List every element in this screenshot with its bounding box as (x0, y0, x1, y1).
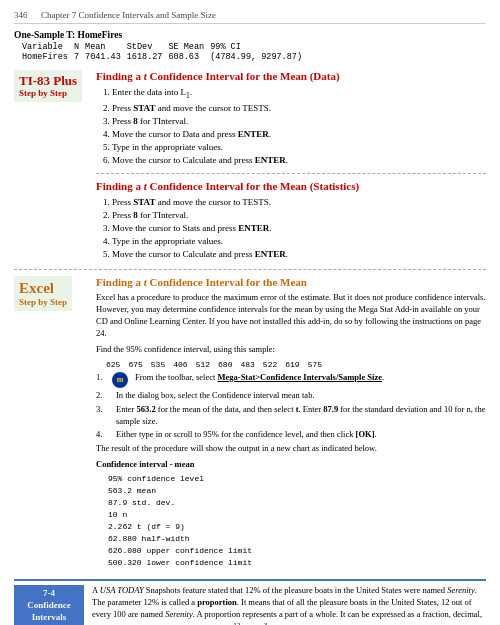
row-mean: 7041.43 (85, 52, 127, 62)
ti-brand-name: TI-83 Plus (19, 74, 77, 88)
page: 346 Chapter 7 Confidence Intervals and S… (0, 0, 500, 625)
excel-heading: Finding a t Confidence Interval for the … (96, 276, 486, 288)
data-val-1: 625 (106, 360, 120, 369)
col-n: N (74, 42, 85, 52)
ti-section: TI-83 Plus Step by Step Finding a t Conf… (14, 70, 486, 261)
excel-step-1-text: From the toolbar, select Mega-Stat>Confi… (135, 372, 384, 388)
ti-step-5: Type in the appropriate values. (112, 141, 486, 153)
excel-brand: Excel Step by Step (14, 276, 72, 311)
row-n: 7 (74, 52, 85, 62)
conf-line-2: 563.2 mean (108, 485, 486, 497)
confidence-output: 95% confidence level 563.2 mean 87.9 std… (108, 473, 486, 569)
bottom-content: A USA TODAY Snapshots feature stated tha… (92, 585, 486, 625)
chapter-title: Chapter 7 Confidence Intervals and Sampl… (41, 10, 216, 20)
conf-line-6: 62.880 half-width (108, 533, 486, 545)
page-number: 346 (14, 10, 28, 20)
excel-step-2-text: In the dialog box, select the Confidence… (116, 390, 315, 402)
ti-label: TI-83 Plus Step by Step (14, 70, 86, 261)
data-val-5: 512 (196, 360, 210, 369)
excel-brand-sub: Step by Step (19, 297, 67, 307)
ti-stat-step-3: Move the cursor to Stats and press ENTER… (112, 222, 486, 234)
ti-step-2: Press STAT and move the cursor to TESTS. (112, 102, 486, 114)
conf-line-7: 626.080 upper confidence limit (108, 545, 486, 557)
excel-label: Excel Step by Step (14, 276, 86, 573)
data-val-2: 675 (128, 360, 142, 369)
bottom-label: 7-4 Confidence Intervals and Sample Size… (14, 585, 84, 625)
bottom-section: 7-4 Confidence Intervals and Sample Size… (14, 579, 486, 625)
ti-brand: TI-83 Plus Step by Step (14, 70, 82, 102)
excel-content: Finding a t Confidence Interval for the … (96, 276, 486, 573)
ti-step-6: Move the cursor to Calculate and press E… (112, 154, 486, 166)
megastat-icon: m (112, 372, 128, 388)
ti-brand-sub: Step by Step (19, 88, 77, 98)
stats-table: Variable N Mean StDev SE Mean 99% CI Hom… (22, 42, 486, 62)
ti-stat-step-5: Move the cursor to Calculate and press E… (112, 248, 486, 260)
excel-step-4-text: Either type in or scroll to 95% for the … (116, 429, 377, 441)
excel-step-3: Enter 563.2 for the mean of the data, an… (96, 404, 486, 428)
excel-step-3-text: Enter 563.2 for the mean of the data, an… (116, 404, 486, 428)
excel-step-4: Either type in or scroll to 95% for the … (96, 429, 486, 441)
ti-step-4: Move the cursor to Data and press ENTER. (112, 128, 486, 140)
conf-label: Confidence interval - mean (96, 459, 486, 469)
conf-line-8: 500.320 lower confidence limit (108, 557, 486, 569)
row-variable: HomeFires (22, 52, 74, 62)
ti-steps-stats: Press STAT and move the cursor to TESTS.… (96, 196, 486, 261)
excel-steps: m From the toolbar, select Mega-Stat>Con… (96, 372, 486, 442)
ti-stat-step-2: Press 8 for TInterval. (112, 209, 486, 221)
excel-step-1: m From the toolbar, select Mega-Stat>Con… (96, 372, 486, 388)
row-semean: 608.63 (168, 52, 210, 62)
conf-line-1: 95% confidence level (108, 473, 486, 485)
divider-2 (14, 269, 486, 270)
divider-1 (96, 173, 486, 174)
ti-content: Finding a t Confidence Interval for the … (96, 70, 486, 261)
data-val-6: 680 (218, 360, 232, 369)
row-stdev: 1618.27 (127, 52, 169, 62)
col-variable: Variable (22, 42, 74, 52)
excel-result-text: The result of the procedure will show th… (96, 443, 486, 455)
page-header: 346 Chapter 7 Confidence Intervals and S… (14, 10, 486, 24)
one-sample-title: One-Sample T: HomeFires (14, 30, 486, 40)
col-mean: Mean (85, 42, 127, 52)
conf-line-4: 10 n (108, 509, 486, 521)
ti-steps-data: Enter the data into L1. Press STAT and m… (96, 86, 486, 167)
excel-brand-name: Excel (19, 280, 67, 297)
data-val-10: 575 (308, 360, 322, 369)
data-val-8: 522 (263, 360, 277, 369)
col-stdev: StDev (127, 42, 169, 52)
conf-line-5: 2.262 t (df = 9) (108, 521, 486, 533)
data-val-9: 619 (285, 360, 299, 369)
ti-heading-stats: Finding a t Confidence Interval for the … (96, 180, 486, 192)
box-title-1: Confidence Intervals (18, 600, 80, 623)
data-val-7: 483 (240, 360, 254, 369)
ti-step-3: Press 8 for TInterval. (112, 115, 486, 127)
excel-body1: Excel has a procedure to produce the max… (96, 292, 486, 340)
ti-stat-step-4: Type in the appropriate values. (112, 235, 486, 247)
ti-step-1: Enter the data into L1. (112, 86, 486, 101)
data-val-4: 406 (173, 360, 187, 369)
data-val-3: 535 (151, 360, 165, 369)
bottom-label-inner: 7-4 Confidence Intervals and Sample Size… (14, 585, 84, 625)
excel-data-row: 625 675 535 406 512 680 483 522 619 575 (106, 360, 486, 369)
excel-step-2: In the dialog box, select the Confidence… (96, 390, 486, 402)
col-ci: 99% CI (210, 42, 308, 52)
ti-stat-step-1: Press STAT and move the cursor to TESTS. (112, 196, 486, 208)
box-number: 7-4 (18, 588, 80, 600)
row-ci: (4784.99, 9297.87) (210, 52, 308, 62)
col-semean: SE Mean (168, 42, 210, 52)
excel-body2: Find the 95% confidence interval, using … (96, 344, 486, 356)
excel-section: Excel Step by Step Finding a t Confidenc… (14, 276, 486, 573)
ti-heading-data: Finding a t Confidence Interval for the … (96, 70, 486, 82)
conf-line-3: 87.9 std. dev. (108, 497, 486, 509)
bottom-body-text: A USA TODAY Snapshots feature stated tha… (92, 585, 482, 625)
